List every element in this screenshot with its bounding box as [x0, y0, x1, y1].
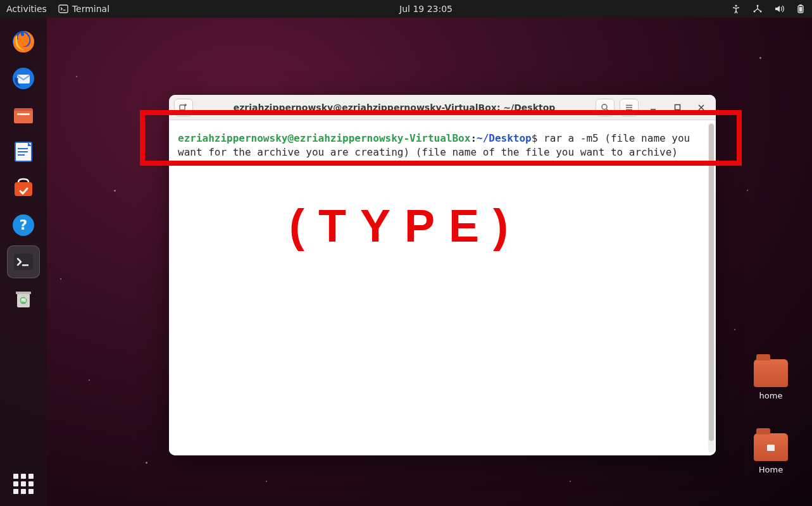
svg-rect-12 — [14, 111, 33, 123]
plus-tab-icon — [179, 103, 188, 112]
dock-thunderbird[interactable] — [7, 62, 40, 95]
svg-rect-0 — [59, 5, 68, 13]
accessibility-icon[interactable] — [731, 4, 741, 14]
trash-icon — [11, 286, 36, 311]
prompt-symbol: $ — [532, 132, 538, 144]
files-icon — [11, 102, 36, 128]
home-folder-icon — [754, 433, 788, 461]
folder-icon — [754, 359, 788, 387]
dock-files[interactable] — [7, 99, 40, 132]
hamburger-icon — [625, 103, 634, 112]
maximize-button[interactable] — [668, 99, 687, 116]
terminal-body[interactable]: ezriahzippernowsky@ezriahzippernowsky-Vi… — [169, 120, 716, 455]
search-button[interactable] — [596, 99, 615, 116]
desktop-folder-home[interactable]: Home — [749, 433, 793, 474]
dock-help[interactable]: ? — [7, 209, 40, 242]
clock[interactable]: Jul 19 23:05 — [399, 4, 453, 14]
terminal-window: ezriahzippernowsky@ezriahzippernowsky-Vi… — [169, 95, 716, 455]
terminal-small-icon — [58, 4, 68, 14]
hamburger-menu-button[interactable] — [620, 99, 639, 116]
activities-button[interactable]: Activities — [6, 4, 47, 14]
desktop-folder-home-lower[interactable]: home — [749, 359, 793, 400]
svg-point-27 — [602, 104, 607, 109]
volume-icon[interactable] — [774, 4, 784, 14]
dock-terminal[interactable] — [7, 245, 40, 278]
svg-rect-22 — [22, 264, 28, 266]
thunderbird-icon — [11, 66, 36, 91]
minimize-icon — [649, 104, 657, 111]
svg-rect-13 — [17, 113, 30, 115]
desktop-icon-label: home — [749, 391, 793, 400]
ubuntu-software-icon — [11, 176, 36, 201]
svg-rect-28 — [675, 105, 680, 110]
terminal-titlebar[interactable]: ezriahzippernowsky@ezriahzippernowsky-Vi… — [169, 95, 716, 120]
libreoffice-writer-icon — [11, 139, 36, 164]
prompt-separator: : — [470, 132, 477, 144]
prompt-user-host: ezriahzippernowsky@ezriahzippernowsky-Vi… — [178, 132, 470, 144]
focused-app-label: Terminal — [72, 4, 109, 14]
firefox-icon — [11, 29, 36, 54]
svg-rect-26 — [180, 105, 185, 110]
focused-app-indicator[interactable]: Terminal — [58, 4, 109, 14]
svg-rect-24 — [16, 292, 31, 294]
svg-rect-15 — [18, 148, 28, 149]
network-icon[interactable] — [753, 4, 763, 14]
svg-rect-7 — [799, 7, 803, 12]
help-icon: ? — [11, 213, 36, 238]
dock-writer[interactable] — [7, 135, 40, 168]
terminal-scrollbar[interactable] — [708, 123, 715, 453]
dock-firefox[interactable] — [7, 25, 40, 58]
close-button[interactable] — [692, 99, 711, 116]
maximize-icon — [674, 104, 681, 111]
close-icon — [697, 104, 705, 111]
minimize-button[interactable] — [644, 99, 663, 116]
clock-text: Jul 19 23:05 — [399, 4, 453, 14]
svg-rect-17 — [18, 154, 25, 156]
svg-point-1 — [735, 4, 737, 6]
search-icon — [601, 103, 609, 112]
dock: ? — [0, 18, 47, 506]
scrollbar-thumb[interactable] — [709, 124, 714, 441]
terminal-output: ezriahzippernowsky@ezriahzippernowsky-Vi… — [169, 120, 716, 165]
battery-icon[interactable] — [796, 4, 806, 14]
activities-label: Activities — [6, 4, 47, 14]
svg-rect-21 — [14, 254, 33, 270]
dock-software[interactable] — [7, 172, 40, 205]
svg-rect-16 — [18, 151, 28, 152]
top-bar: Activities Terminal Jul 19 23:05 — [0, 0, 812, 18]
new-tab-button[interactable] — [174, 99, 193, 116]
svg-text:?: ? — [20, 217, 28, 233]
system-tray — [731, 4, 806, 14]
terminal-icon — [11, 249, 36, 275]
window-title: ezriahzippernowsky@ezriahzippernowsky-Vi… — [198, 102, 590, 113]
dock-trash[interactable] — [7, 282, 40, 315]
show-applications-button[interactable] — [13, 473, 34, 495]
svg-rect-6 — [799, 4, 802, 6]
prompt-path: ~/Desktop — [477, 132, 532, 144]
desktop-icon-label: Home — [749, 465, 793, 474]
